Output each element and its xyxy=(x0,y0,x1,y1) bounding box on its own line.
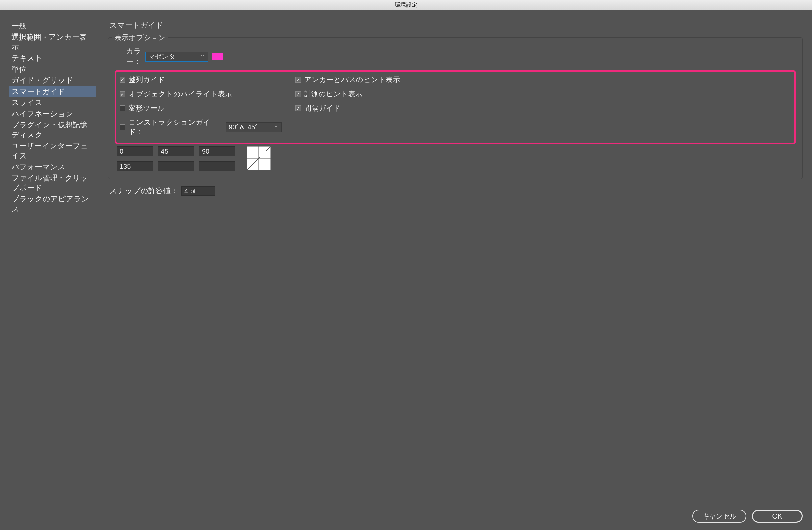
angle-input-0[interactable] xyxy=(117,147,153,156)
checkbox-icon xyxy=(119,91,125,97)
highlighted-checkbox-region: 整列ガイド オブジェクトのハイライト表示 変形ツール コンストラクショ xyxy=(115,70,796,144)
sidebar-item-plugins-scratch[interactable]: プラグイン・仮想記憶ディスク xyxy=(9,119,96,140)
checkbox-anchor-path-hints[interactable]: アンカーとパスのヒント表示 xyxy=(295,75,791,84)
checkbox-label: 計測のヒント表示 xyxy=(304,89,362,99)
checkbox-icon xyxy=(295,91,301,97)
checkbox-alignment-guides[interactable]: 整列ガイド xyxy=(119,75,282,84)
snap-tolerance-row: スナップの許容値： xyxy=(110,186,802,196)
checkbox-label: コンストラクションガイド： xyxy=(129,117,222,137)
main-panel: スマートガイド 表示オプション カラー： マゼンタ ﹀ 整列ガイド xyxy=(108,20,802,196)
color-select-value: マゼンタ xyxy=(148,52,175,61)
sidebar-item-general[interactable]: 一般 xyxy=(9,20,96,31)
sidebar-item-ui[interactable]: ユーザーインターフェイス xyxy=(9,140,96,161)
color-swatch[interactable] xyxy=(212,53,223,60)
color-label: カラー： xyxy=(117,46,142,67)
checkbox-label: アンカーとパスのヒント表示 xyxy=(304,75,400,84)
chevron-down-icon: ﹀ xyxy=(274,124,279,130)
checkbox-icon xyxy=(119,106,125,111)
sidebar-item-type[interactable]: テキスト xyxy=(9,52,96,64)
dialog-footer: キャンセル OK xyxy=(693,510,802,522)
sidebar-item-guides-grid[interactable]: ガイド・グリッド xyxy=(9,75,96,86)
window-titlebar: 環境設定 xyxy=(0,0,812,10)
sidebar-item-performance[interactable]: パフォーマンス xyxy=(9,161,96,172)
snap-tolerance-label: スナップの許容値： xyxy=(110,186,178,196)
preferences-sidebar: 一般 選択範囲・アンカー表示 テキスト 単位 ガイド・グリッド スマートガイド … xyxy=(9,20,96,214)
checkbox-label: 整列ガイド xyxy=(129,75,165,84)
checkbox-icon xyxy=(295,106,301,111)
dialog-content: 一般 選択範囲・アンカー表示 テキスト 単位 ガイド・グリッド スマートガイド … xyxy=(0,10,812,530)
sidebar-item-black-appearance[interactable]: ブラックのアピアランス xyxy=(9,193,96,214)
sidebar-item-selection-anchor[interactable]: 選択範囲・アンカー表示 xyxy=(9,31,96,52)
sidebar-item-file-clipboard[interactable]: ファイル管理・クリップボード xyxy=(9,172,96,193)
angle-input-1[interactable] xyxy=(158,147,194,156)
angle-inputs-row xyxy=(117,147,796,173)
sidebar-item-smart-guides[interactable]: スマートガイド xyxy=(9,86,96,97)
checkbox-spacing-guides[interactable]: 間隔ガイド xyxy=(295,103,791,113)
checkbox-object-highlight[interactable]: オブジェクトのハイライト表示 xyxy=(119,89,282,99)
angle-input-4[interactable] xyxy=(158,161,194,171)
checkbox-icon xyxy=(119,77,125,83)
angle-input-3[interactable] xyxy=(117,161,153,171)
angle-preview-icon xyxy=(247,147,271,170)
display-options-group: 表示オプション カラー： マゼンタ ﹀ 整列ガイド xyxy=(108,37,802,179)
construction-guide-select[interactable]: 90°＆ 45° ﹀ xyxy=(226,122,282,132)
sidebar-item-units[interactable]: 単位 xyxy=(9,64,96,75)
angle-input-2[interactable] xyxy=(199,147,235,156)
display-options-label: 表示オプション xyxy=(113,33,168,42)
snap-tolerance-input[interactable] xyxy=(182,186,215,196)
checkbox-transform-tools[interactable]: 変形ツール xyxy=(119,103,282,113)
checkbox-label: 変形ツール xyxy=(129,103,165,113)
panel-title: スマートガイド xyxy=(110,20,802,30)
checkbox-icon xyxy=(119,124,125,130)
checkbox-icon xyxy=(295,77,301,83)
checkbox-measurement-hints[interactable]: 計測のヒント表示 xyxy=(295,89,791,99)
cancel-button[interactable]: キャンセル xyxy=(693,510,746,522)
checkbox-construction-guides[interactable]: コンストラクションガイド： 90°＆ 45° ﹀ xyxy=(119,117,282,137)
ok-button[interactable]: OK xyxy=(752,510,802,522)
color-select[interactable]: マゼンタ ﹀ xyxy=(145,52,208,61)
angle-input-5[interactable] xyxy=(199,161,235,171)
construction-guide-select-value: 90°＆ 45° xyxy=(229,123,258,132)
checkbox-label: 間隔ガイド xyxy=(304,103,341,113)
checkbox-label: オブジェクトのハイライト表示 xyxy=(129,89,232,99)
sidebar-item-slices[interactable]: スライス xyxy=(9,97,96,108)
chevron-down-icon: ﹀ xyxy=(200,53,205,59)
window-title: 環境設定 xyxy=(394,1,418,9)
sidebar-item-hyphenation[interactable]: ハイフネーション xyxy=(9,108,96,119)
